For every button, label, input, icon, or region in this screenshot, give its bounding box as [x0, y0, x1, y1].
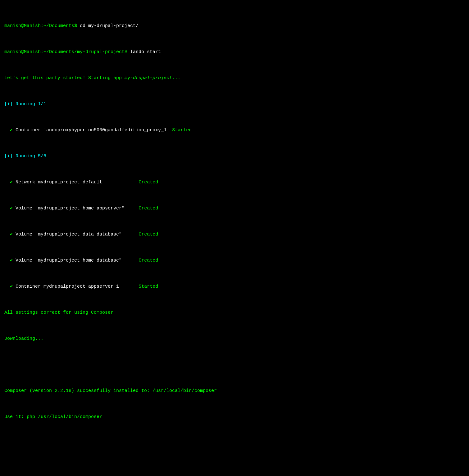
blank-2: [4, 440, 465, 446]
volume-data-database: ✔ Volume "mydrupalproject_data_database"…: [4, 231, 465, 238]
line-3: Let's get this party started! Starting a…: [4, 75, 465, 81]
prompt-2: manish@Manish:~/Documents/my-drupal-proj…: [4, 49, 127, 55]
downloading: Downloading...: [4, 335, 465, 342]
running-5-5: [+] Running 5/5: [4, 153, 465, 159]
volume-home-database: ✔ Volume "mydrupalproject_home_database"…: [4, 257, 465, 264]
cmd-2: lando start: [127, 49, 161, 55]
container-appserver-1: ✔ Container mydrupalproject_appserver_1 …: [4, 283, 465, 290]
cmd-1: cd my-drupal-project/: [77, 23, 139, 29]
status-proxy: Started: [172, 128, 192, 133]
line-2: manish@Manish:~/Documents/my-drupal-proj…: [4, 49, 465, 55]
line-1: manish@Manish:~/Documents$ cd my-drupal-…: [4, 23, 465, 29]
blank-3: [4, 466, 465, 472]
network-line: ✔ Network mydrupalproject_default Create…: [4, 179, 465, 186]
composer-installed: Composer (version 2.2.18) successfully i…: [4, 388, 465, 394]
container-proxy: ✔ Container landoproxyhyperion5000gandal…: [4, 127, 465, 133]
terminal-window: manish@Manish:~/Documents$ cd my-drupal-…: [4, 3, 465, 476]
running-1-1: [+] Running 1/1: [4, 101, 465, 107]
composer-settings: All settings correct for using Composer: [4, 309, 465, 316]
composer-use: Use it: php /usr/local/bin/composer: [4, 414, 465, 420]
check-proxy: ✔: [10, 128, 13, 133]
blank-1: [4, 361, 465, 368]
container-proxy-label: Container landoproxyhyperion5000gandalfe…: [13, 128, 166, 133]
party-text: Let's get this party started! Starting a…: [4, 75, 180, 81]
prompt-1: manish@Manish:~/Documents$: [4, 23, 77, 29]
volume-home-appserver: ✔ Volume "mydrupalproject_home_appserver…: [4, 205, 465, 212]
